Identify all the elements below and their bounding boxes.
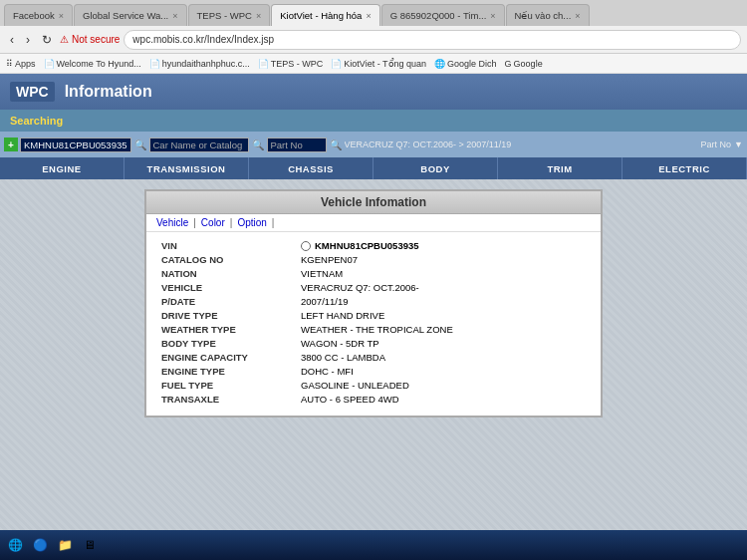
tab-close-facebook[interactable]: ×	[59, 11, 64, 21]
tab-close-gsw[interactable]: ×	[172, 11, 177, 21]
taskbar: 🌐 🔵 📁 🖥	[0, 530, 747, 560]
bookmark-google[interactable]: G Google	[505, 59, 543, 69]
tab-g865[interactable]: G 865902Q000 - Tim... ×	[381, 4, 505, 26]
tab-bar: Facebook × Global Service Wa... × TEPS -…	[0, 0, 747, 26]
field-value-catalog: KGENPEN07	[301, 254, 358, 265]
field-value-nation: VIETNAM	[301, 268, 343, 279]
tab-transmission[interactable]: TRANSMISSION	[124, 157, 249, 179]
vin-field[interactable]: KMHNU81CPBU053935	[20, 138, 131, 152]
field-label-transaxle: TRANSAXLE	[161, 394, 301, 405]
security-indicator: ⚠ Not secure	[60, 34, 120, 45]
part-no-input[interactable]: Part No	[267, 138, 327, 152]
bookmark-label: TEPS - WPC	[271, 59, 324, 69]
tab-transmission-label: TRANSMISSION	[147, 163, 226, 174]
bookmark-label: hyundaithanhphuc.c...	[162, 59, 250, 69]
field-value-pdate: 2007/11/19	[301, 296, 349, 307]
warning-icon: ⚠	[60, 34, 69, 45]
field-value-fuel: GASOLINE - UNLEADED	[301, 380, 409, 391]
tab-label: Nếu vào ch...	[515, 10, 572, 21]
panel-sub-tabs: Vehicle | Color | Option |	[146, 214, 601, 232]
taskbar-icon-4[interactable]: 🖥	[80, 535, 100, 555]
bookmark-apps[interactable]: ⠿ Apps	[6, 59, 36, 69]
url-text: wpc.mobis.co.kr/Index/Index.jsp	[132, 34, 274, 45]
table-row: DRIVE TYPE LEFT HAND DRIVE	[161, 310, 586, 321]
bookmark-icon: G	[505, 59, 512, 69]
field-label-engine-type: ENGINE TYPE	[161, 366, 301, 377]
bookmark-kiotviet[interactable]: 📄 KiotViet - Tổng quan	[331, 59, 426, 69]
sub-tab-option[interactable]: Option	[237, 217, 266, 228]
taskbar-icon-2[interactable]: 🔵	[30, 535, 50, 555]
field-label-vin: VIN	[161, 240, 301, 251]
field-value-vin: KMHNU81CPBU053935	[301, 240, 419, 251]
tab-chassis[interactable]: CHASSIS	[249, 157, 374, 179]
part-no-label: Part No	[701, 140, 732, 149]
sub-tab-sep-3: |	[272, 217, 275, 228]
bookmark-googledich[interactable]: 🌐 Google Dich	[434, 59, 497, 69]
bookmark-hyundai[interactable]: 📄 Welcome To Hyund...	[44, 59, 141, 69]
table-row: Nation VIETNAM	[161, 268, 586, 279]
sub-tab-color[interactable]: Color	[201, 217, 225, 228]
bookmark-hyundai2[interactable]: 📄 hyundaithanhphuc.c...	[149, 59, 250, 69]
tab-body[interactable]: BODY	[374, 157, 498, 179]
tab-electric[interactable]: ELECTRIC	[622, 157, 747, 179]
url-bar[interactable]: wpc.mobis.co.kr/Index/Index.jsp	[124, 30, 741, 50]
field-label-nation: Nation	[161, 268, 301, 279]
dropdown-arrow-icon[interactable]: ▼	[734, 140, 743, 149]
tab-close-neuvao[interactable]: ×	[575, 11, 580, 21]
field-label-engine-cap: ENGINE CAPACITY	[161, 352, 301, 363]
bookmark-icon: 📄	[258, 59, 269, 69]
search-icon-3: 🔍	[330, 140, 342, 150]
add-vin-button[interactable]: +	[4, 138, 18, 151]
field-label-weather: WEATHER TYPE	[161, 324, 301, 335]
bookmark-icon: 📄	[44, 59, 55, 69]
tab-close-kiotviet[interactable]: ×	[366, 11, 371, 21]
sub-tab-vehicle[interactable]: Vehicle	[156, 217, 188, 228]
wpc-page-title: Information	[65, 83, 152, 101]
tab-electric-label: ELECTRIC	[658, 163, 710, 174]
vin-circle-icon	[301, 241, 311, 251]
tab-trim[interactable]: TRIM	[498, 157, 622, 179]
catalog-input[interactable]: Car Name or Catalog	[149, 138, 249, 152]
table-row: ENGINE TYPE DOHC - MFI	[161, 366, 586, 377]
table-row: P/Date 2007/11/19	[161, 296, 586, 307]
field-label-pdate: P/Date	[161, 296, 301, 307]
search-icon-2: 🔍	[252, 140, 264, 150]
wpc-header: WPC Information	[0, 74, 747, 110]
info-table: VIN KMHNU81CPBU053935 Catalog No KGENPEN…	[146, 232, 601, 416]
bookmark-label: Google	[514, 59, 543, 69]
field-value-body: WAGON - 5DR TP	[301, 338, 379, 349]
vin-input-group: + KMHNU81CPBU053935	[4, 138, 131, 152]
taskbar-icon-1[interactable]: 🌐	[5, 535, 25, 555]
vehicle-info-panel: Vehicle Infomation Vehicle | Color | Opt…	[144, 189, 603, 418]
tab-neuvao[interactable]: Nếu vào ch... ×	[506, 4, 590, 26]
bookmark-label: KiotViet - Tổng quan	[344, 59, 426, 69]
refresh-button[interactable]: ↻	[38, 31, 56, 49]
tab-teps[interactable]: TEPS - WPC ×	[188, 4, 271, 26]
tab-kiotviet[interactable]: KiotViet - Hàng hóa ×	[271, 4, 379, 26]
bookmark-icon: 📄	[149, 59, 160, 69]
field-label-fuel: FUEL TYPE	[161, 380, 301, 391]
nav-tabs: ENGINE TRANSMISSION CHASSIS BODY TRIM EL…	[0, 157, 747, 179]
field-value-engine-type: DOHC - MFI	[301, 366, 354, 377]
tab-gsw[interactable]: Global Service Wa... ×	[74, 4, 187, 26]
field-value-weather: WEATHER - THE TROPICAL ZONE	[301, 324, 453, 335]
table-row: FUEL TYPE GASOLINE - UNLEADED	[161, 380, 586, 391]
field-value-engine-cap: 3800 CC - LAMBDA	[301, 352, 385, 363]
search-row: + KMHNU81CPBU053935 🔍 Car Name or Catalo…	[0, 132, 747, 157]
tab-close-teps[interactable]: ×	[256, 11, 261, 21]
field-value-vehicle: VERACRUZ Q7: OCT.2006-	[301, 282, 419, 293]
field-label-catalog: Catalog No	[161, 254, 301, 265]
table-row: ENGINE CAPACITY 3800 CC - LAMBDA	[161, 352, 586, 363]
back-button[interactable]: ‹	[6, 31, 18, 49]
forward-button[interactable]: ›	[22, 31, 34, 49]
tab-facebook[interactable]: Facebook ×	[4, 4, 73, 26]
tab-engine[interactable]: ENGINE	[0, 157, 124, 179]
tab-close-g865[interactable]: ×	[490, 11, 495, 21]
vehicle-range-label: VERACRUZ Q7: OCT.2006- > 2007/11/19	[345, 140, 698, 149]
tab-engine-label: ENGINE	[42, 163, 81, 174]
searching-bar: Searching	[0, 110, 747, 132]
taskbar-icon-3[interactable]: 📁	[55, 535, 75, 555]
bookmark-label: Welcome To Hyund...	[57, 59, 141, 69]
bookmark-teps[interactable]: 📄 TEPS - WPC	[258, 59, 324, 69]
searching-label: Searching	[10, 115, 63, 127]
